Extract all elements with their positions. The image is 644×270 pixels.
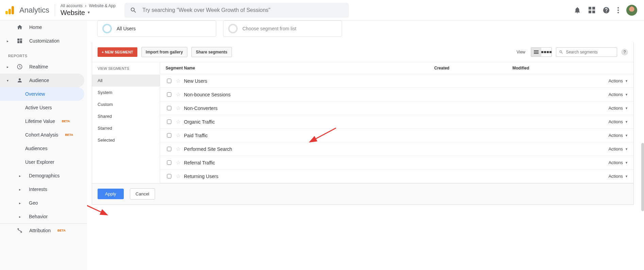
filter-custom[interactable]: Custom (92, 98, 160, 110)
star-icon[interactable]: ☆ (176, 105, 181, 111)
row-checkbox[interactable] (167, 160, 171, 165)
nav-overview[interactable]: Overview (0, 87, 84, 101)
nav-label: Audience (29, 78, 49, 83)
table-row[interactable]: ☆Performed Site SearchActions▼ (160, 142, 633, 156)
actions-menu[interactable]: Actions▼ (587, 119, 628, 124)
nav-attribution[interactable]: AttributionBETA (0, 224, 87, 237)
row-checkbox[interactable] (167, 120, 171, 124)
filter-selected[interactable]: Selected (92, 134, 160, 146)
header-divider (55, 4, 55, 16)
table-row[interactable]: ☆Paid TrafficActions▼ (160, 129, 633, 142)
view-list-button[interactable] (531, 48, 541, 57)
actions-label: Actions (608, 146, 623, 152)
global-search[interactable] (124, 3, 349, 18)
segment-chip-choose[interactable]: Choose segment from list (223, 20, 342, 37)
row-checkbox[interactable] (167, 147, 171, 151)
scrollbar[interactable] (641, 143, 644, 211)
actions-label: Actions (608, 133, 623, 138)
dropdown-triangle-icon: ▼ (625, 79, 628, 83)
row-checkbox[interactable] (167, 174, 171, 178)
new-segment-button[interactable]: + NEW SEGMENT (98, 47, 137, 57)
nav-label: Geo (29, 200, 38, 206)
actions-label: Actions (608, 160, 623, 165)
nav-behavior[interactable]: ▸ Behavior (0, 210, 87, 223)
nav-cohort-analysis[interactable]: Cohort AnalysisBETA (0, 128, 87, 142)
col-segment-name[interactable]: Segment Name (166, 66, 434, 70)
help-circle-icon[interactable] (603, 6, 610, 14)
nav-label: Customization (29, 38, 60, 44)
expand-arrow-icon: ▸ (19, 201, 21, 205)
filter-system[interactable]: System (92, 86, 160, 98)
table-row[interactable]: ☆Organic TrafficActions▼ (160, 115, 633, 129)
search-segments-input[interactable] (565, 49, 614, 55)
actions-menu[interactable]: Actions▼ (587, 174, 628, 179)
star-icon[interactable]: ☆ (176, 146, 181, 152)
dropdown-triangle-icon: ▼ (625, 120, 628, 124)
star-icon[interactable]: ☆ (176, 159, 181, 166)
help-icon[interactable]: ? (621, 49, 628, 55)
segments-table: Segment Name Created Modified ☆New Users… (160, 62, 633, 183)
nav-interests[interactable]: ▸ Interests (0, 182, 87, 196)
view-grid-button[interactable] (541, 48, 552, 57)
star-icon[interactable]: ☆ (176, 78, 181, 84)
bell-icon[interactable] (574, 6, 581, 14)
user-avatar[interactable] (626, 5, 637, 16)
actions-menu[interactable]: Actions▼ (587, 160, 628, 165)
star-icon[interactable]: ☆ (176, 132, 181, 139)
import-gallery-button[interactable]: Import from gallery (141, 47, 187, 57)
kebab-menu-icon[interactable] (617, 7, 619, 13)
table-row[interactable]: ☆Non-ConvertersActions▼ (160, 101, 633, 115)
account-breadcrumbs: All accounts › Website & App (61, 3, 116, 8)
filter-shared[interactable]: Shared (92, 110, 160, 122)
row-checkbox[interactable] (167, 106, 171, 110)
share-segments-button[interactable]: Share segments (191, 47, 232, 57)
expand-arrow-icon: ▸ (19, 215, 21, 219)
nav-home[interactable]: Home (0, 20, 87, 34)
account-picker[interactable]: All accounts › Website & App Website ▼ (61, 3, 116, 16)
table-row[interactable]: ☆New UsersActions▼ (160, 74, 633, 88)
table-row[interactable]: ☆Non-bounce SessionsActions▼ (160, 88, 633, 101)
actions-menu[interactable]: Actions▼ (587, 133, 628, 138)
filter-all[interactable]: All (92, 75, 160, 86)
nav-label: Behavior (29, 214, 48, 219)
panel-toolbar: + NEW SEGMENT Import from gallery Share … (92, 42, 633, 62)
col-modified[interactable]: Modified (512, 66, 587, 70)
global-search-input[interactable] (142, 7, 343, 14)
list-icon (531, 48, 541, 57)
cancel-button[interactable]: Cancel (130, 188, 155, 200)
nav-user-explorer[interactable]: User Explorer (0, 155, 87, 169)
table-row[interactable]: ☆Returning UsersActions▼ (160, 170, 633, 183)
nav-demographics[interactable]: ▸ Demographics (0, 169, 87, 182)
actions-menu[interactable]: Actions▼ (587, 106, 628, 111)
view-toggle (531, 47, 552, 57)
table-row[interactable]: ☆Referral TrafficActions▼ (160, 156, 633, 170)
panel-footer: Apply Cancel (92, 183, 633, 204)
actions-menu[interactable]: Actions▼ (587, 92, 628, 97)
search-segments[interactable] (556, 47, 617, 57)
row-checkbox[interactable] (167, 79, 171, 83)
nav-realtime[interactable]: ▸ Realtime (0, 60, 87, 74)
col-created[interactable]: Created (434, 66, 512, 70)
nav-customization[interactable]: ▸ Customization (0, 34, 87, 48)
apply-button[interactable]: Apply (98, 189, 124, 199)
nav-label: Cohort Analysis (25, 132, 58, 138)
nav-geo[interactable]: ▸ Geo (0, 196, 87, 210)
segment-chip-all-users[interactable]: All Users (97, 20, 216, 37)
actions-menu[interactable]: Actions▼ (587, 78, 628, 83)
star-icon[interactable]: ☆ (176, 173, 181, 179)
row-checkbox[interactable] (167, 92, 171, 97)
nav-active-users[interactable]: Active Users (0, 101, 87, 114)
row-checkbox[interactable] (167, 133, 171, 138)
filter-starred[interactable]: Starred (92, 122, 160, 134)
apps-grid-icon[interactable] (589, 7, 595, 13)
svg-line-4 (87, 205, 103, 213)
actions-menu[interactable]: Actions▼ (587, 146, 628, 152)
nav-audiences[interactable]: Audiences (0, 142, 87, 155)
star-icon[interactable]: ☆ (176, 91, 181, 98)
svg-point-2 (21, 232, 22, 233)
nav-lifetime-value[interactable]: Lifetime ValueBETA (0, 114, 87, 128)
home-icon (16, 24, 23, 30)
star-icon[interactable]: ☆ (176, 118, 181, 125)
nav-label: Attribution (29, 228, 51, 233)
nav-audience[interactable]: ▾ Audience (0, 74, 84, 87)
